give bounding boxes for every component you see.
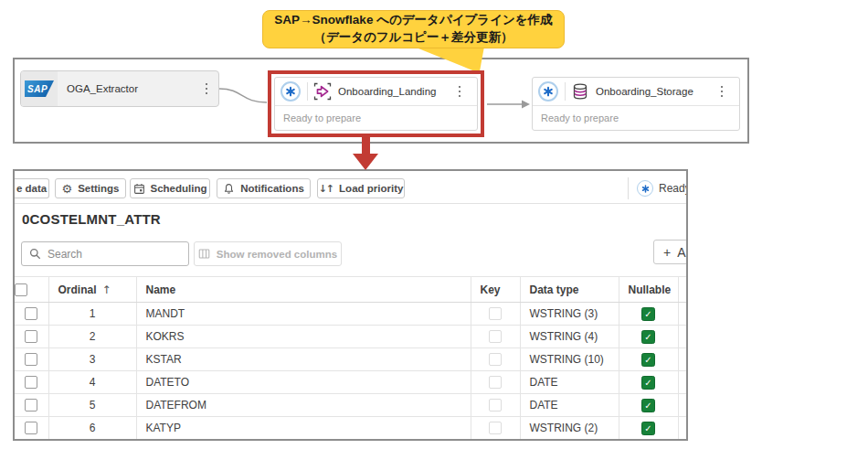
pipeline-node-landing[interactable]: Onboarding_Landing Ready to prepare — [274, 77, 478, 131]
columns-table: Ordinal↑ Name Key Data type Nullable 1MA… — [15, 276, 686, 440]
bell-icon — [223, 183, 235, 195]
key-cell — [471, 348, 520, 371]
name-cell: KATYP — [136, 417, 471, 440]
row-checkbox[interactable] — [25, 422, 37, 434]
stub-cell — [678, 371, 686, 394]
column-header-stub — [678, 277, 686, 303]
nullable-checkbox-checked[interactable]: ✓ — [641, 353, 655, 367]
stub-cell — [678, 417, 686, 440]
datatype-cell: WSTRING (3) — [520, 303, 619, 326]
row-checkbox[interactable] — [25, 376, 37, 389]
stub-cell — [678, 348, 686, 371]
search-input[interactable]: Search — [21, 241, 189, 266]
table-columns-icon — [198, 248, 210, 260]
nullable-cell: ✓ — [619, 326, 678, 348]
tab-scheduling[interactable]: Scheduling — [130, 178, 210, 198]
datatype-cell: WSTRING (10) — [520, 348, 619, 371]
landing-dataset-icon — [313, 82, 332, 101]
key-checkbox[interactable] — [489, 422, 502, 434]
column-header-nullable[interactable]: Nullable — [619, 277, 678, 303]
datatype-cell: DATE — [520, 371, 619, 394]
sort-arrows-icon: ↓↑ — [319, 183, 333, 195]
pipeline-node-source[interactable]: SAP OGA_Extractor — [20, 70, 219, 107]
key-checkbox[interactable] — [489, 330, 502, 343]
key-cell — [471, 326, 520, 348]
stub-cell — [678, 326, 686, 348]
datatype-cell: WSTRING (2) — [520, 417, 619, 440]
dataset-title: 0COSTELMNT_ATTR — [22, 211, 161, 227]
nullable-checkbox-checked[interactable]: ✓ — [641, 330, 655, 344]
search-placeholder: Search — [48, 248, 82, 261]
callout-line2: （データのフルコピー＋差分更新） — [313, 29, 513, 47]
table-row: 5DATEFROMDATE✓ — [15, 394, 686, 417]
asterisk-status-icon — [538, 81, 558, 102]
column-header-name[interactable]: Name — [136, 277, 471, 303]
highlight-red-box: Onboarding_Landing Ready to prepare — [268, 70, 484, 137]
table-row: 3KSTARWSTRING (10)✓ — [15, 348, 686, 371]
key-checkbox[interactable] — [489, 376, 502, 389]
kebab-menu-icon[interactable] — [195, 80, 219, 99]
storage-database-icon — [571, 82, 589, 101]
search-icon — [29, 248, 41, 260]
column-header-datatype[interactable]: Data type — [520, 277, 619, 303]
table-row: 6KATYPWSTRING (2)✓ — [15, 417, 686, 440]
ordinal-cell: 5 — [48, 394, 136, 417]
callout-line1: SAP→Snowflake へのデータパイプラインを作成 — [274, 12, 552, 29]
ordinal-cell: 6 — [48, 417, 136, 440]
ordinal-cell: 3 — [48, 348, 136, 371]
select-all-checkbox[interactable] — [15, 283, 27, 296]
ordinal-cell: 4 — [48, 371, 136, 394]
row-checkbox[interactable] — [25, 399, 37, 412]
landing-node-status: Ready to prepare — [275, 105, 477, 130]
key-checkbox[interactable] — [489, 399, 502, 412]
tab-notifications[interactable]: Notifications — [217, 178, 311, 198]
nullable-checkbox-checked[interactable]: ✓ — [641, 376, 655, 390]
key-cell — [471, 417, 520, 440]
red-arrow-head — [353, 154, 378, 170]
column-header-ordinal[interactable]: Ordinal↑ — [48, 277, 136, 303]
row-select-cell — [15, 371, 48, 394]
datatype-cell: WSTRING (4) — [520, 326, 619, 348]
key-cell — [471, 394, 520, 417]
table-header-row: Ordinal↑ Name Key Data type Nullable — [15, 277, 686, 303]
column-header-key[interactable]: Key — [471, 277, 520, 303]
ordinal-cell: 2 — [48, 326, 136, 348]
row-select-cell — [15, 348, 48, 371]
row-checkbox[interactable] — [25, 330, 37, 343]
row-checkbox[interactable] — [25, 307, 37, 320]
nullable-cell: ✓ — [619, 394, 678, 417]
nullable-cell: ✓ — [619, 417, 678, 440]
name-cell: DATETO — [136, 371, 471, 394]
row-select-cell — [15, 417, 48, 440]
datatype-cell: DATE — [520, 394, 619, 417]
kebab-menu-icon[interactable] — [448, 82, 472, 102]
table-row: 1MANDTWSTRING (3)✓ — [15, 303, 686, 326]
calendar-icon — [133, 183, 145, 195]
nullable-cell: ✓ — [619, 348, 678, 371]
table-row: 4DATETODATE✓ — [15, 371, 686, 394]
table-row: 2KOKRSWSTRING (4)✓ — [15, 326, 686, 348]
tab-data[interactable]: e data — [15, 178, 49, 198]
tab-load-priority[interactable]: ↓↑ Load priority — [317, 178, 405, 198]
stub-cell — [678, 303, 686, 326]
tab-settings[interactable]: ⚙ Settings — [55, 178, 126, 198]
row-checkbox[interactable] — [25, 353, 37, 366]
kebab-menu-icon[interactable] — [710, 82, 735, 102]
show-removed-columns-button[interactable]: Show removed columns — [194, 241, 342, 266]
add-column-button[interactable]: + A — [653, 240, 688, 264]
red-arrow-stem — [362, 135, 370, 155]
source-node-label: OGA_Extractor — [67, 83, 195, 94]
nullable-checkbox-checked[interactable]: ✓ — [641, 422, 655, 435]
sort-ascending-icon: ↑ — [102, 283, 111, 296]
key-checkbox[interactable] — [489, 307, 502, 320]
gear-icon: ⚙ — [61, 182, 72, 196]
divider — [628, 177, 629, 199]
name-cell: MANDT — [136, 303, 471, 326]
nullable-checkbox-checked[interactable]: ✓ — [641, 399, 655, 412]
key-checkbox[interactable] — [489, 353, 502, 366]
pipeline-node-storage[interactable]: Onboarding_Storage Ready to prepare — [532, 77, 740, 131]
storage-node-status: Ready to prepare — [533, 105, 739, 130]
landing-node-label: Onboarding_Landing — [338, 86, 448, 97]
storage-node-label: Onboarding_Storage — [596, 86, 710, 97]
nullable-checkbox-checked[interactable]: ✓ — [641, 307, 655, 321]
